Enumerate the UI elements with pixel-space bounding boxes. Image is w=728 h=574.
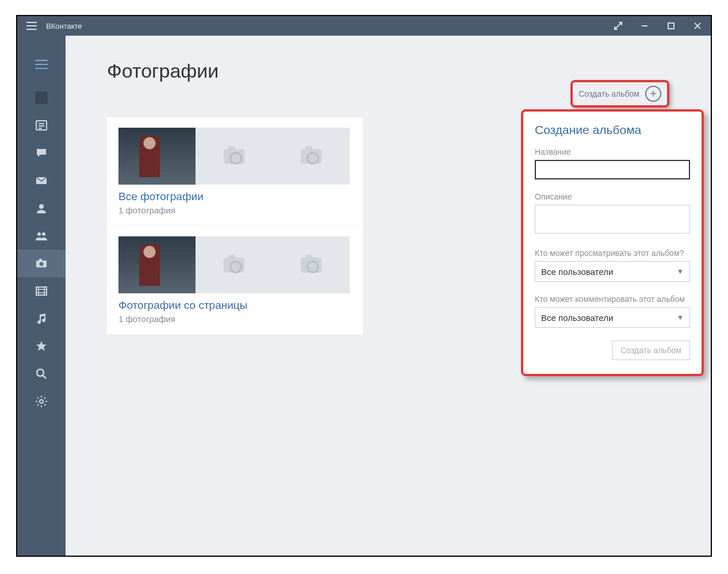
svg-point-4 [37, 232, 41, 236]
sidebar-settings[interactable] [17, 388, 66, 415]
comment-permission-select[interactable]: Все пользователи ▼ [535, 307, 690, 328]
albums-list: Все фотографии 1 фотография Фотографии с… [107, 117, 363, 334]
titlebar-menu-button[interactable] [17, 16, 46, 36]
sidebar [17, 36, 66, 556]
sidebar-menu-button[interactable] [17, 51, 66, 78]
plus-icon: + [645, 86, 661, 102]
comment-permission-label: Кто может комментировать этот альбом [535, 294, 690, 304]
expand-button[interactable] [605, 16, 631, 36]
album-thumbnail-placeholder [273, 128, 350, 185]
camera-icon [224, 149, 244, 164]
sidebar-bookmarks[interactable] [17, 332, 66, 360]
sidebar-messages[interactable] [17, 139, 66, 167]
album-title-link[interactable]: Все фотографии [118, 190, 351, 203]
submit-create-album-button[interactable]: Создать альбом [612, 340, 690, 360]
view-permission-value: Все пользователи [541, 267, 613, 277]
sidebar-music[interactable] [17, 305, 66, 332]
minimize-button[interactable] [631, 16, 658, 36]
panel-heading: Создание альбома [535, 123, 690, 137]
album-description-input[interactable] [535, 205, 690, 234]
avatar-icon [35, 91, 48, 104]
sidebar-news[interactable] [17, 112, 66, 139]
album-thumbnail-placeholder [196, 236, 273, 293]
sidebar-search[interactable] [17, 360, 66, 388]
sidebar-profile[interactable] [17, 84, 66, 112]
svg-point-10 [37, 369, 44, 376]
sidebar-mail[interactable] [17, 167, 66, 194]
album-name-input[interactable] [535, 160, 690, 179]
description-label: Описание [535, 192, 690, 201]
titlebar: ВКонтакте [17, 16, 711, 36]
svg-rect-0 [668, 23, 674, 29]
album-thumbnail [118, 128, 196, 185]
album-count: 1 фотография [118, 205, 351, 215]
svg-rect-9 [36, 287, 47, 295]
svg-rect-8 [39, 259, 42, 261]
album-title-link[interactable]: Фотографии со страницы [118, 299, 351, 312]
name-label: Название [535, 147, 690, 156]
create-album-panel: Создание альбома Название Описание Кто м… [521, 109, 704, 376]
album-thumbnail-placeholder [196, 128, 273, 185]
album-thumbnail [118, 236, 196, 293]
album-thumbnail-placeholder [273, 236, 350, 293]
create-album-button[interactable]: Создать альбом + [570, 80, 669, 108]
create-album-label: Создать альбом [578, 89, 639, 98]
album-card[interactable]: Все фотографии 1 фотография [107, 117, 363, 226]
album-card[interactable]: Фотографии со страницы 1 фотография [107, 226, 363, 334]
maximize-button[interactable] [658, 16, 684, 36]
sidebar-friends[interactable] [17, 194, 66, 222]
svg-point-7 [40, 262, 44, 266]
camera-icon [224, 258, 244, 273]
page-title: Фотографии [107, 60, 219, 82]
comment-permission-value: Все пользователи [541, 313, 613, 323]
app-title: ВКонтакте [46, 22, 82, 30]
svg-point-3 [39, 204, 44, 209]
svg-point-5 [42, 232, 45, 236]
view-permission-select[interactable]: Все пользователи ▼ [535, 261, 690, 282]
camera-icon [301, 149, 321, 164]
chevron-down-icon: ▼ [677, 313, 684, 322]
chevron-down-icon: ▼ [677, 267, 684, 275]
sidebar-groups[interactable] [17, 222, 66, 250]
sidebar-photos[interactable] [17, 250, 66, 277]
svg-point-11 [40, 400, 43, 403]
camera-icon [301, 258, 321, 273]
main-content: Фотографии Создать альбом + Все фотограф… [66, 36, 711, 556]
close-button[interactable] [684, 16, 711, 36]
view-permission-label: Кто может просматривать этот альбом? [535, 248, 690, 258]
album-count: 1 фотография [118, 314, 351, 324]
sidebar-videos[interactable] [17, 277, 66, 305]
